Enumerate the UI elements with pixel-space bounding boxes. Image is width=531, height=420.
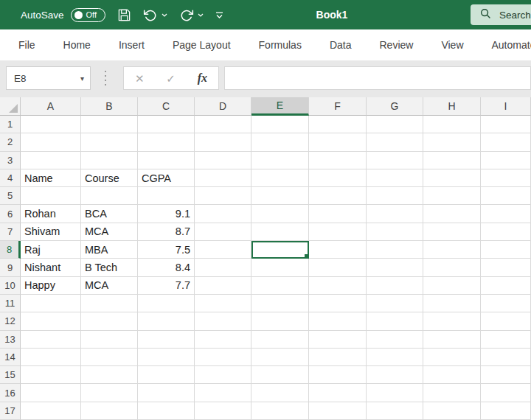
cell-I5[interactable]: [481, 187, 531, 205]
tab-view[interactable]: View: [427, 39, 477, 51]
cell-E5[interactable]: [251, 187, 309, 205]
cell-B8[interactable]: MBA: [81, 241, 138, 259]
cell-B3[interactable]: [81, 152, 138, 169]
cell-H6[interactable]: [423, 205, 481, 223]
cell-C9[interactable]: 8.4: [138, 259, 195, 276]
cell-B12[interactable]: [81, 312, 138, 330]
cell-E16[interactable]: [251, 384, 309, 402]
row-header-15[interactable]: 15: [0, 366, 21, 384]
cell-C3[interactable]: [138, 152, 195, 169]
column-header-H[interactable]: H: [423, 97, 481, 116]
cell-H8[interactable]: [423, 241, 481, 259]
cell-D2[interactable]: [195, 133, 251, 151]
cell-C11[interactable]: [138, 295, 195, 312]
cell-G1[interactable]: [367, 116, 423, 133]
cell-F4[interactable]: [309, 169, 367, 187]
row-header-13[interactable]: 13: [0, 331, 21, 349]
row-header-10[interactable]: 10: [0, 277, 21, 295]
row-header-16[interactable]: 16: [0, 384, 21, 402]
cell-F17[interactable]: [309, 402, 367, 420]
cell-G3[interactable]: [367, 152, 423, 169]
cell-C15[interactable]: [138, 366, 195, 384]
cell-A15[interactable]: [21, 366, 81, 384]
cell-E15[interactable]: [251, 366, 309, 384]
formula-input[interactable]: [224, 66, 531, 90]
cell-A10[interactable]: Happy: [21, 277, 81, 295]
row-header-11[interactable]: 11: [0, 295, 21, 312]
tab-formulas[interactable]: Formulas: [245, 39, 316, 51]
cell-E8[interactable]: [251, 241, 309, 259]
cell-B17[interactable]: [81, 402, 138, 420]
cell-E3[interactable]: [251, 152, 309, 169]
cell-G6[interactable]: [367, 205, 423, 223]
insert-function-icon[interactable]: fx: [198, 72, 207, 84]
cell-B14[interactable]: [81, 349, 138, 366]
cell-I7[interactable]: [481, 223, 531, 241]
cell-I2[interactable]: [481, 133, 531, 151]
column-header-E[interactable]: E: [251, 97, 309, 116]
cell-A2[interactable]: [21, 133, 81, 151]
cell-E14[interactable]: [251, 349, 309, 366]
cell-I12[interactable]: [481, 312, 531, 330]
cell-A8[interactable]: Raj: [21, 241, 81, 259]
autosave-switch[interactable]: Off: [71, 8, 105, 22]
cell-G13[interactable]: [367, 331, 423, 349]
cell-H11[interactable]: [423, 295, 481, 312]
column-header-B[interactable]: B: [81, 97, 138, 116]
cell-G14[interactable]: [367, 349, 423, 366]
cell-B4[interactable]: Course: [81, 169, 138, 187]
cell-G9[interactable]: [367, 259, 423, 276]
cell-H17[interactable]: [423, 402, 481, 420]
cell-I10[interactable]: [481, 277, 531, 295]
cell-D5[interactable]: [195, 187, 251, 205]
cell-D10[interactable]: [195, 277, 251, 295]
cell-E6[interactable]: [251, 205, 309, 223]
cell-E13[interactable]: [251, 331, 309, 349]
cell-I8[interactable]: [481, 241, 531, 259]
cell-G10[interactable]: [367, 277, 423, 295]
tab-page-layout[interactable]: Page Layout: [159, 39, 245, 51]
column-header-C[interactable]: C: [138, 97, 195, 116]
cell-B10[interactable]: MCA: [81, 277, 138, 295]
cell-F8[interactable]: [309, 241, 367, 259]
cell-G2[interactable]: [367, 133, 423, 151]
cell-A13[interactable]: [21, 331, 81, 349]
customize-qat-button[interactable]: [215, 12, 223, 18]
cell-I6[interactable]: [481, 205, 531, 223]
autosave-toggle[interactable]: AutoSave Off: [21, 8, 105, 22]
row-header-4[interactable]: 4: [0, 169, 21, 187]
cell-A3[interactable]: [21, 152, 81, 169]
cell-G5[interactable]: [367, 187, 423, 205]
cell-B1[interactable]: [81, 116, 138, 133]
cell-F3[interactable]: [309, 152, 367, 169]
column-header-I[interactable]: I: [481, 97, 531, 116]
cell-E10[interactable]: [251, 277, 309, 295]
row-header-12[interactable]: 12: [0, 312, 21, 330]
save-button[interactable]: [117, 8, 131, 22]
cell-I16[interactable]: [481, 384, 531, 402]
cell-C7[interactable]: 8.7: [138, 223, 195, 241]
cell-C10[interactable]: 7.7: [138, 277, 195, 295]
cell-B13[interactable]: [81, 331, 138, 349]
cell-D13[interactable]: [195, 331, 251, 349]
row-header-6[interactable]: 6: [0, 205, 21, 223]
cell-G15[interactable]: [367, 366, 423, 384]
cell-C4[interactable]: CGPA: [138, 169, 195, 187]
cell-E1[interactable]: [251, 116, 309, 133]
cell-C12[interactable]: [138, 312, 195, 330]
cell-F2[interactable]: [309, 133, 367, 151]
tab-data[interactable]: Data: [316, 39, 366, 51]
cell-I3[interactable]: [481, 152, 531, 169]
cell-I17[interactable]: [481, 402, 531, 420]
cell-D4[interactable]: [195, 169, 251, 187]
cell-E17[interactable]: [251, 402, 309, 420]
cell-B5[interactable]: [81, 187, 138, 205]
cell-I14[interactable]: [481, 349, 531, 366]
cell-C13[interactable]: [138, 331, 195, 349]
cell-E11[interactable]: [251, 295, 309, 312]
cell-I9[interactable]: [481, 259, 531, 276]
cell-H2[interactable]: [423, 133, 481, 151]
cell-B16[interactable]: [81, 384, 138, 402]
tab-automate[interactable]: Automate: [478, 39, 531, 51]
column-header-A[interactable]: A: [21, 97, 81, 116]
